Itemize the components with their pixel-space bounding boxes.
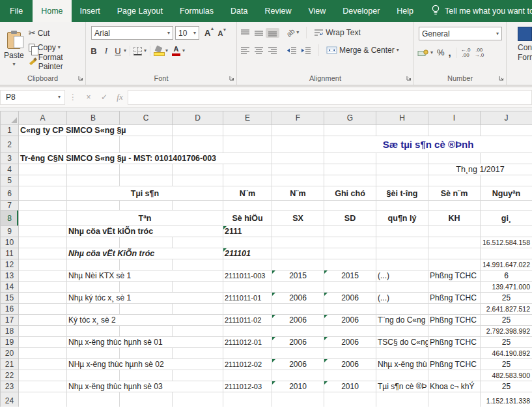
cell-E13[interactable]: 2111011-003 xyxy=(223,270,272,282)
cell-H7[interactable] xyxy=(376,201,428,211)
row-header-6[interactable]: 6 xyxy=(1,186,19,201)
cell-F4[interactable] xyxy=(272,164,324,175)
cell-F9[interactable] xyxy=(272,226,324,237)
cell-I3[interactable] xyxy=(428,153,481,164)
percent-style-button[interactable]: % xyxy=(435,47,447,58)
cell-H11[interactable] xyxy=(376,248,428,259)
cell-C20[interactable] xyxy=(120,348,173,359)
cell-I5[interactable] xyxy=(428,175,481,186)
cell-J12[interactable]: 14.991.647.022 xyxy=(481,259,532,270)
cell-E4[interactable] xyxy=(223,164,272,175)
cell-I17[interactable]: Phßng TCHC xyxy=(428,315,481,326)
cell-B21[interactable]: NHµ x-ëng thùc hµnh sè 02 xyxy=(67,359,223,370)
cell-F12[interactable] xyxy=(272,259,324,270)
cell-B7[interactable] xyxy=(67,201,120,211)
cell-F8[interactable]: SX xyxy=(272,211,324,226)
cell-J21[interactable]: 25 xyxy=(481,359,532,370)
cell-C10[interactable] xyxy=(120,237,173,248)
cell-F21[interactable]: 2006 xyxy=(272,359,324,370)
cell-E2[interactable] xyxy=(223,136,272,153)
cell-F17[interactable]: 2006 xyxy=(272,315,324,326)
font-dialog-launcher-icon[interactable] xyxy=(229,74,234,83)
cell-F6[interactable]: N¨m xyxy=(272,186,324,201)
cell-G18[interactable] xyxy=(324,326,376,337)
cell-G7[interactable] xyxy=(324,201,376,211)
cell-G1[interactable] xyxy=(324,125,376,136)
tab-review[interactable]: Review xyxy=(256,0,300,22)
tab-home[interactable]: Home xyxy=(33,0,71,22)
cell-H13[interactable]: (...) xyxy=(376,270,428,282)
enter-button[interactable]: ✓ xyxy=(96,90,112,104)
col-header-C[interactable]: C xyxy=(120,111,173,125)
cell-A14[interactable] xyxy=(19,282,67,293)
align-middle-button[interactable] xyxy=(252,28,266,38)
cell-G4[interactable] xyxy=(324,164,376,175)
row-header-2[interactable]: 2 xyxy=(1,136,19,153)
comma-style-button[interactable]: , xyxy=(447,46,453,59)
cell-H20[interactable] xyxy=(376,348,428,359)
row-header-19[interactable]: 19 xyxy=(1,337,19,348)
cell-E18[interactable] xyxy=(223,326,272,337)
cell-J16[interactable]: 2.641.827.512 xyxy=(481,304,532,315)
cell-G14[interactable] xyxy=(324,282,376,293)
cell-D22[interactable] xyxy=(173,370,223,381)
cell-G8[interactable]: SD xyxy=(324,211,376,226)
cell-G12[interactable] xyxy=(324,259,376,270)
format-painter-button[interactable]: Format Painter xyxy=(27,55,84,68)
cell-G11[interactable] xyxy=(324,248,376,259)
paste-button[interactable]: Paste ▾ xyxy=(1,24,27,74)
cell-H8[interactable]: qu¶n lý xyxy=(376,211,428,226)
cell-B20[interactable] xyxy=(67,348,120,359)
cell-G9[interactable] xyxy=(324,226,376,237)
fill-color-button[interactable]: ▾ xyxy=(152,46,170,57)
cell-J13[interactable]: 6 xyxy=(481,270,532,282)
cell-J23[interactable]: 25 xyxy=(481,381,532,392)
row-header-17[interactable]: 17 xyxy=(1,315,19,326)
cell-D16[interactable] xyxy=(173,304,223,315)
tab-insert[interactable]: Insert xyxy=(72,0,109,22)
cell-C4[interactable] xyxy=(120,164,173,175)
insert-function-button[interactable]: fx xyxy=(112,90,128,104)
borders-button[interactable]: ▾ xyxy=(132,46,148,56)
cell-B17[interactable]: Ký tóc x¸ sè 2 xyxy=(67,315,223,326)
col-header-E[interactable]: E xyxy=(223,111,272,125)
cut-button[interactable]: ✂ Cut xyxy=(27,26,84,40)
cell-G16[interactable] xyxy=(324,304,376,315)
cell-J17[interactable]: 25 xyxy=(481,315,532,326)
number-format-combo[interactable]: General ▾ xyxy=(419,27,502,40)
cell-D4[interactable] xyxy=(173,164,223,175)
cell-J3[interactable] xyxy=(481,153,532,164)
row-header-4[interactable]: 4 xyxy=(1,164,19,175)
cell-B16[interactable] xyxy=(67,304,120,315)
cell-H23[interactable]: Tµi s¶n cè ®Þ xyxy=(376,381,428,392)
cell-A21[interactable] xyxy=(19,359,67,370)
cell-F20[interactable] xyxy=(272,348,324,359)
cell-I1[interactable] xyxy=(428,125,481,136)
cell-B14[interactable] xyxy=(67,282,120,293)
cell-J20[interactable]: 464.190.892 xyxy=(481,348,532,359)
cell-I12[interactable] xyxy=(428,259,481,270)
cell-B19[interactable]: Nhµ x-ëng thùc hµnh sè 01 xyxy=(67,337,223,348)
col-header-I[interactable]: I xyxy=(428,111,481,125)
cell-A9[interactable] xyxy=(19,226,67,237)
tab-developer[interactable]: Developer xyxy=(334,0,388,22)
cell-J6[interactable]: Nguyªn xyxy=(481,186,532,201)
cell-J9[interactable] xyxy=(481,226,532,237)
cell-B4[interactable] xyxy=(67,164,120,175)
cell-F7[interactable] xyxy=(272,201,324,211)
col-header-A[interactable]: A xyxy=(19,111,67,125)
cell-E8[interactable]: Sè hiÖu xyxy=(223,211,272,226)
cell-C14[interactable] xyxy=(120,282,173,293)
cell-G5[interactable] xyxy=(324,175,376,186)
cell-E1[interactable] xyxy=(223,125,272,136)
tab-page-layout[interactable]: Page Layout xyxy=(109,0,171,22)
col-header-B[interactable]: B xyxy=(67,111,120,125)
cell-H4[interactable] xyxy=(376,164,428,175)
cell-J7[interactable] xyxy=(481,201,532,211)
alignment-dialog-launcher-icon[interactable] xyxy=(406,74,412,83)
cell-H6[interactable]: §èi t-îng xyxy=(376,186,428,201)
cell-A22[interactable] xyxy=(19,370,67,381)
cell-I6[interactable]: Sè n¨m xyxy=(428,186,481,201)
font-name-combo[interactable]: Arial ▾ xyxy=(91,26,173,40)
cell-A20[interactable] xyxy=(19,348,67,359)
